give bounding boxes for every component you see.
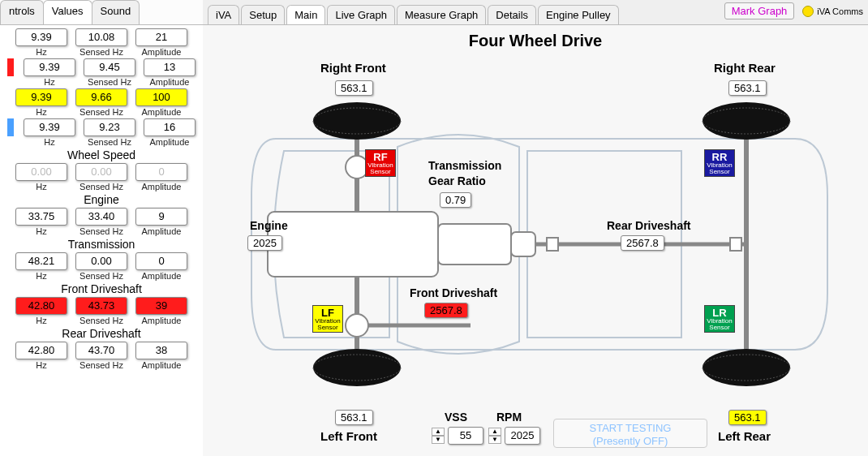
lf-label: Left Front <box>320 429 377 443</box>
tr-hz: 48.21 <box>15 252 67 270</box>
gear-lbl2: Gear Ratio <box>428 174 486 187</box>
r4-sensed: 9.23 <box>84 118 135 136</box>
rf-label: Right Front <box>320 61 386 75</box>
gear-lbl1: Transmission <box>428 159 501 172</box>
sensor-rr: RRVibration Sensor <box>704 149 735 177</box>
ws-amp: 0 <box>135 163 187 181</box>
start-line1: START TESTING <box>590 422 672 434</box>
rpm-value: 2025 <box>505 427 540 445</box>
value-row-1: 9.39Hz 10.08Sensed Hz 21Amplitude <box>3 28 200 57</box>
sensor-rf: RFVibration Sensor <box>365 149 396 177</box>
engine-row: 33.75Hz 33.40Sensed Hz 9Amplitude <box>3 208 200 236</box>
rds-row: 42.80Hz 43.70Sensed Hz 38Amplitude <box>3 342 200 370</box>
eng-hz: 33.75 <box>15 208 67 226</box>
row4-flag <box>7 118 14 136</box>
tab-values[interactable]: Values <box>43 0 92 24</box>
rf-value: 563.1 <box>335 80 373 96</box>
sensor-lf: LFVibration Sensor <box>312 305 343 333</box>
rds-lbl: Rear Driveshaft <box>607 219 691 232</box>
left-tabs: ntrols Values Sound <box>0 0 203 24</box>
fds-sensed: 43.73 <box>75 297 127 315</box>
start-line2: (Presently OFF) <box>593 435 668 447</box>
lf-value: 563.1 <box>335 410 373 425</box>
lr-label: Left Rear <box>718 429 771 443</box>
r2-amp: 13 <box>144 58 196 76</box>
fds-label: Front Driveshaft <box>3 282 200 295</box>
tab-engine-pulley[interactable]: Engine Pulley <box>538 5 619 24</box>
gear-val: 0.79 <box>440 192 471 208</box>
rds-amp: 38 <box>135 342 187 359</box>
tr-sensed: 0.00 <box>75 252 127 270</box>
r3-hz: 9.39 <box>15 88 67 106</box>
row2-flag <box>7 58 14 76</box>
wheel-speed-label: Wheel Speed <box>3 148 200 161</box>
eng-amp: 9 <box>135 208 187 226</box>
stage: Four Wheel Drive <box>203 24 868 456</box>
tab-live-graph[interactable]: Live Graph <box>327 5 395 24</box>
vss-down-icon: ▼ <box>432 436 445 444</box>
lr-value: 563.1 <box>728 410 767 425</box>
vss-up-icon: ▲ <box>432 428 445 436</box>
rr-label: Right Rear <box>714 61 776 75</box>
iva-comms-label: iVA Comms <box>817 6 863 16</box>
engine-label: Engine <box>3 193 200 206</box>
svg-rect-4 <box>511 232 535 256</box>
main-panel: iVA Setup Main Live Graph Measure Graph … <box>203 0 868 456</box>
svg-rect-2 <box>268 212 438 277</box>
rds-sensed: 43.70 <box>75 342 127 359</box>
rpm-label: RPM <box>496 411 522 424</box>
r4-hz: 9.39 <box>24 118 75 136</box>
svg-point-7 <box>346 314 368 337</box>
eng-sensed: 33.40 <box>75 208 127 226</box>
tab-details[interactable]: Details <box>488 5 536 24</box>
tab-sound[interactable]: Sound <box>92 0 140 24</box>
rr-value: 563.1 <box>728 80 767 96</box>
value-row-3: 9.39Hz 9.66Sensed Hz 100Amplitude <box>3 88 200 117</box>
iva-led-icon <box>802 6 814 17</box>
fds-hz: 42.80 <box>15 297 67 315</box>
rds-label: Rear Driveshaft <box>3 327 200 340</box>
rpm-down-icon: ▼ <box>488 436 501 444</box>
tab-setup[interactable]: Setup <box>241 5 285 24</box>
vss-label: VSS <box>445 411 467 424</box>
rpm-arrows[interactable]: ▲▼ <box>488 426 501 445</box>
iva-comms-indicator: iVA Comms <box>802 6 863 17</box>
svg-rect-9 <box>547 238 558 251</box>
r3-sensed: 9.66 <box>75 88 127 106</box>
left-body: 9.39Hz 10.08Sensed Hz 21Amplitude 9.39Hz… <box>0 24 203 456</box>
rpm-stepper[interactable]: ▲▼ 2025 <box>488 426 540 445</box>
top-right-controls: Mark Graph iVA Comms <box>724 2 863 19</box>
r2-sensed: 9.45 <box>84 58 135 76</box>
wheel-rf <box>313 102 401 140</box>
r1-amp: 21 <box>135 28 187 46</box>
sensor-lr: LRVibration Sensor <box>704 305 735 333</box>
left-panel: ntrols Values Sound 9.39Hz 10.08Sensed H… <box>0 0 203 456</box>
engine-val: 2025 <box>247 235 282 251</box>
start-testing-button[interactable]: START TESTING (Presently OFF) <box>553 419 707 448</box>
tab-controls[interactable]: ntrols <box>0 0 44 24</box>
value-row-4: 9.39Hz 9.23Sensed Hz 16Amplitude <box>3 118 200 147</box>
tab-iva[interactable]: iVA <box>208 5 239 24</box>
r2-hz: 9.39 <box>24 58 75 76</box>
rpm-up-icon: ▲ <box>488 428 501 436</box>
vss-stepper[interactable]: ▲▼ 55 <box>432 426 483 445</box>
rds-hz: 42.80 <box>15 342 67 359</box>
vss-arrows[interactable]: ▲▼ <box>432 426 445 445</box>
tr-amp: 0 <box>135 252 187 270</box>
mark-graph-button[interactable]: Mark Graph <box>724 2 795 19</box>
r4-amp: 16 <box>144 118 196 136</box>
tab-measure-graph[interactable]: Measure Graph <box>397 5 486 24</box>
wheel-speed-row: 0.00Hz 0.00Sensed Hz 0Amplitude <box>3 163 200 191</box>
trans-row: 48.21Hz 0.00Sensed Hz 0Amplitude <box>3 252 200 281</box>
r1-sensed: 10.08 <box>75 28 127 46</box>
svg-rect-10 <box>730 238 741 251</box>
fds-lbl: Front Driveshaft <box>410 286 497 299</box>
car-diagram <box>227 82 844 407</box>
value-row-2: 9.39Hz 9.45Sensed Hz 13Amplitude <box>3 58 200 87</box>
engine-lbl: Engine <box>250 219 288 232</box>
tab-main[interactable]: Main <box>286 5 325 24</box>
page-title: Four Wheel Drive <box>203 32 868 50</box>
r3-amp: 100 <box>135 88 187 106</box>
vss-value: 55 <box>448 427 483 445</box>
svg-rect-3 <box>438 224 511 265</box>
